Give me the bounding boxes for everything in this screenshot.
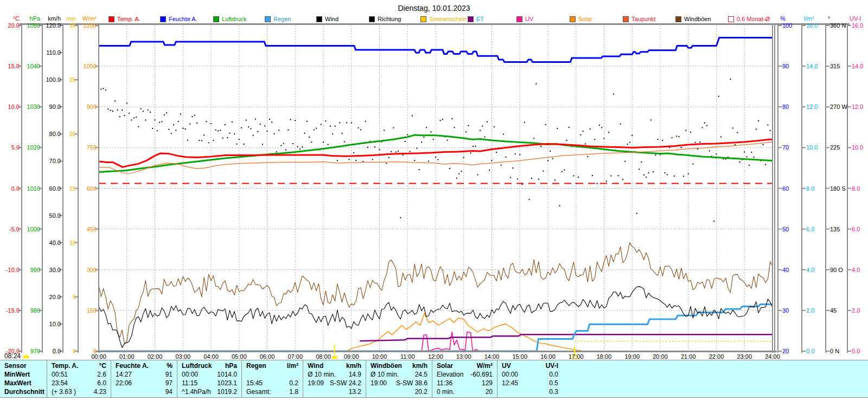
cell-time: Gesamt: [246,387,271,396]
legend-label: 0.6 Monat-Ø [737,16,770,22]
tick-label: 10.0 [42,321,61,327]
table-row: (+ 3.63 )4.23 [52,387,106,396]
axis-unit-5-left: W/m² [77,15,97,22]
cell-value: 24.5 [415,370,427,379]
legend-swatch-icon [369,16,375,22]
table-column-windb-en: Windböenkm/hØ 10 min.24.519:00S-SW 38.62… [366,360,432,397]
column-unit: % [167,361,173,370]
cell-time: 19:09 [308,379,324,387]
tick-label: 14.0 [852,63,863,69]
tick-label: 30 [782,307,789,313]
table-row: 15:450.2 [246,379,298,387]
table-row: MinWert [4,370,42,379]
tick-label: -5.0 [0,226,20,232]
grid [99,25,773,351]
x-tick-label: 23:00 [737,353,752,360]
series-regen [99,305,773,351]
cell-value: 0.2 [289,379,298,387]
column-title: UV [502,361,511,370]
tick-label: 1040 [22,63,40,69]
tick-label: 5.0 [0,145,20,151]
legend-label: Taupunkt [631,16,656,22]
cell-time: MinWert [4,370,30,379]
table-row: 0.3 [502,387,558,396]
cell-value: 20.2 [415,387,427,396]
axis-unit-1-left: °C [3,15,20,22]
cell-value: 0.0 [549,370,558,379]
legend-swatch-icon [570,16,576,22]
tick-label: 30 [62,23,76,29]
cell-time: 0 min. [437,387,455,396]
legend-item-taupunkt: Taupunkt [623,16,656,22]
tick-label: 110.0 [42,50,61,56]
table-row: 19:09S-SW 24.2 [308,379,361,387]
cell-time: MaxWert [4,379,31,387]
x-tick-label: 07:00 [288,353,303,360]
cell-value: 94 [165,387,173,396]
legend-item-solar: Solar [570,16,592,22]
axis-unit-4-left: min [62,15,76,22]
tick-label: 40.0 [42,240,61,245]
x-tick-label: 15:00 [512,353,527,360]
x-tick-label: 19:00 [624,353,640,360]
tick-label: 450 [79,226,97,232]
column-title: Temp. A. [52,361,78,370]
tick-label: 90.0 [42,104,61,110]
sunrise-time: 08:24 [4,352,21,360]
legend-label: Luftdruck [222,16,246,22]
table-column-regen: Regenl/m²15:450.2Gesamt:1.8 [242,360,303,397]
cell-value: 0.5 [549,379,558,387]
tick-label: 225 [830,145,840,151]
tick-label: 900 [79,104,97,110]
cell-time: 19:00 [371,379,387,387]
legend-label: UV [525,16,533,22]
cell-time: ^1.4hPa/h [182,387,211,396]
tick-label: 15 [62,185,76,191]
table-row: Elevation-60.691 [437,370,493,379]
x-tick-label: 18:00 [597,353,612,360]
tick-label: 80.0 [42,131,61,137]
legend-swatch-icon [108,16,114,22]
table-row: 12:450.5 [502,379,558,387]
x-tick-label: 10:00 [372,353,387,360]
tick-label: 30.0 [42,267,61,273]
x-tick-label: 00:00 [91,353,106,360]
table-row: Durchschnitt [4,387,42,396]
legend-item-feuchte-a-: Feuchte A. [160,16,197,22]
tick-label: 2.0 [852,307,860,313]
x-tick-label: 01:00 [119,353,135,360]
tick-label: 0.0 [42,348,61,354]
x-tick-label: 16:00 [540,353,556,360]
tick-label: 4.0 [852,267,860,273]
tick-label: 10 [62,240,76,245]
legend-item-sonnenschein: Sonnenschein [420,16,467,22]
legend-item-richtung: Richtung [369,16,401,22]
tick-label: 8.0 [806,185,814,191]
tick-label: 45 [830,307,837,313]
table-row: 00:000.0 [502,370,558,379]
tick-label: 16.0 [806,23,818,29]
cell-time: Durchschnitt [4,387,44,396]
x-tick-label: 05:00 [232,353,247,360]
tick-label: 1200 [79,23,97,29]
table-row: 0 min.20 [437,387,493,396]
table-row: 00:001014.0 [182,370,237,379]
tick-label: 0 N [830,348,839,354]
x-tick-label: 17:00 [569,353,584,360]
legend-label: Temp. A. [117,16,141,22]
stats-table: SensorMinWertMaxWertDurchschnittTemp. A.… [0,360,868,398]
tick-label: 20 [62,131,76,137]
tick-label: 150 [79,307,97,313]
table-row: 23:546.0 [52,379,106,387]
tick-label: 180 S [830,185,846,191]
legend-label: Feuchte A. [169,16,197,22]
cell-value: 1019.2 [217,387,237,396]
cell-value: 14.9 [349,370,361,379]
cell-value: S-SW 38.6 [396,379,427,387]
tick-label: 270 W [830,104,847,110]
column-unit: °C [99,361,106,370]
tick-label: 16.0 [852,23,863,29]
table-row: 14:2791 [116,370,173,379]
table-column-solar: SolarW/m²Elevation-60.69111:361290 min.2… [432,360,497,397]
column-unit: UV-I [546,361,558,370]
